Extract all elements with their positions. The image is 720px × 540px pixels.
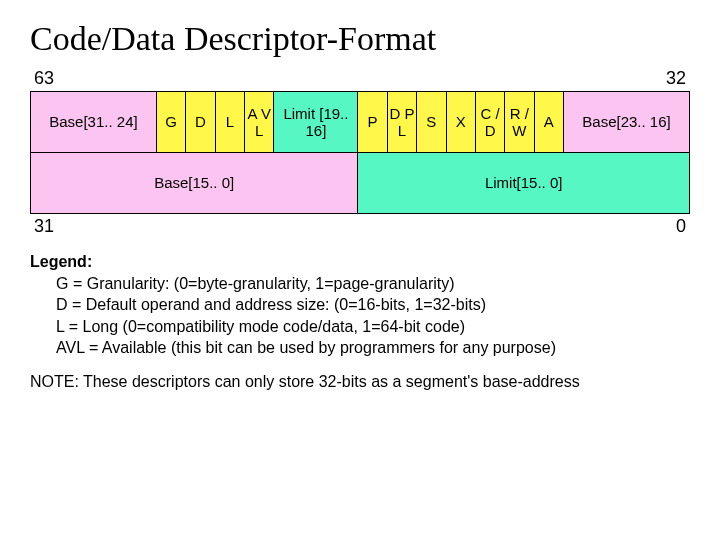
field-p: P bbox=[358, 92, 387, 153]
page-title: Code/Data Descriptor-Format bbox=[30, 20, 690, 58]
bit-label-32: 32 bbox=[666, 68, 686, 89]
field-limit-19-16: Limit [19.. 16] bbox=[274, 92, 358, 153]
descriptor-table: Base[31.. 24] G D L A V L Limit [19.. 16… bbox=[30, 91, 690, 214]
bit-label-31: 31 bbox=[34, 216, 54, 237]
field-base-15-0: Base[15.. 0] bbox=[31, 153, 358, 214]
legend-l: L = Long (0=compatibility mode code/data… bbox=[56, 316, 690, 338]
descriptor-row-low: Base[15.. 0] Limit[15.. 0] bbox=[31, 153, 690, 214]
field-d: D bbox=[186, 92, 215, 153]
bit-label-63: 63 bbox=[34, 68, 54, 89]
field-g: G bbox=[156, 92, 185, 153]
legend-avl: AVL = Available (this bit can be used by… bbox=[56, 337, 690, 359]
field-limit-15-0: Limit[15.. 0] bbox=[358, 153, 690, 214]
legend-d: D = Default operand and address size: (0… bbox=[56, 294, 690, 316]
bit-label-0: 0 bbox=[676, 216, 686, 237]
note-text: NOTE: These descriptors can only store 3… bbox=[30, 373, 690, 391]
field-x: X bbox=[446, 92, 475, 153]
legend: Legend: G = Granularity: (0=byte-granula… bbox=[30, 251, 690, 359]
legend-g: G = Granularity: (0=byte-granularity, 1=… bbox=[56, 273, 690, 295]
field-s: S bbox=[417, 92, 446, 153]
legend-heading: Legend: bbox=[30, 251, 690, 273]
field-dpl: D P L bbox=[387, 92, 416, 153]
field-base-31-24: Base[31.. 24] bbox=[31, 92, 157, 153]
descriptor-row-high: Base[31.. 24] G D L A V L Limit [19.. 16… bbox=[31, 92, 690, 153]
field-cd: C / D bbox=[475, 92, 504, 153]
field-rw: R / W bbox=[505, 92, 534, 153]
field-l: L bbox=[215, 92, 244, 153]
field-base-23-16: Base[23.. 16] bbox=[564, 92, 690, 153]
field-a: A bbox=[534, 92, 563, 153]
field-avl: A V L bbox=[245, 92, 274, 153]
